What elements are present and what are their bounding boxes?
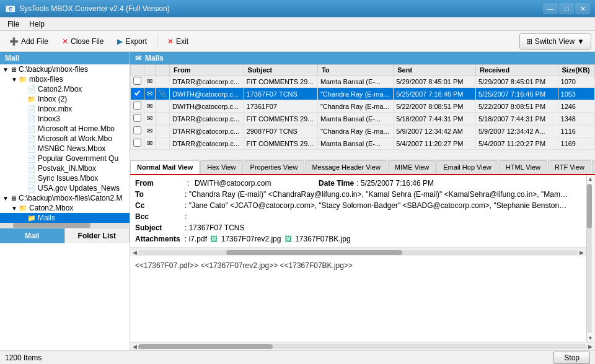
table-row[interactable]: ✉ DTARR@catocorp.c... FIT COMMENTS 29...… xyxy=(131,137,595,150)
main-layout: Mail ▼ 🖥 C:\backup\mbox-files ▼ 📁 mbox-f… xyxy=(0,52,595,350)
stop-button[interactable]: Stop xyxy=(553,352,590,364)
tree-label-ms-work: Microsoft at Work.Mbo xyxy=(38,134,112,143)
col-sent[interactable]: Sent xyxy=(394,65,476,76)
tree-toggle-mbox[interactable]: ▼ xyxy=(10,76,19,83)
email-detail: From : DWITH@catocorp.com Date Time : 5/… xyxy=(130,175,586,342)
tree-label-caton2-root: Caton2.Mbox xyxy=(29,204,73,212)
tree-item-ms-home[interactable]: 📄 Microsoft at Home.Mbo xyxy=(0,124,130,134)
col-size[interactable]: Size(KB) xyxy=(558,65,594,76)
tree-item-sync[interactable]: 📄 Sync Issues.Mbox xyxy=(0,173,130,183)
tree-toggle-root1[interactable]: ▼ xyxy=(1,66,10,73)
row-check[interactable] xyxy=(131,137,144,150)
row-size: 1116 xyxy=(558,125,594,137)
tree-toggle-root2[interactable]: ▼ xyxy=(1,195,10,202)
tree-label-sync: Sync Issues.Mbox xyxy=(38,174,98,183)
hscroll-right-arrow[interactable]: ▶ xyxy=(578,249,585,256)
attach-icon-1: 🖼 xyxy=(210,235,218,243)
col-check[interactable] xyxy=(131,65,144,76)
row-size: 1246 xyxy=(558,100,594,113)
date-value: : 5/25/2007 7:16:46 PM xyxy=(356,179,434,188)
menu-help[interactable]: Help xyxy=(24,19,50,30)
row-check[interactable] xyxy=(131,76,144,88)
tree-item-root1[interactable]: ▼ 🖥 C:\backup\mbox-files xyxy=(0,64,130,74)
tree-item-inbox3[interactable]: 📄 Inbox3 xyxy=(0,114,130,124)
row-to: "Chandra Ray (E-ma... xyxy=(317,100,393,113)
sidebar-tab-folder[interactable]: Folder List xyxy=(65,228,130,243)
tree-item-caton2[interactable]: 📄 Caton2.Mbox xyxy=(0,84,130,94)
view-tab-0[interactable]: Normal Mail View xyxy=(130,160,200,174)
tree-item-msnbc[interactable]: 📄 MSNBC News.Mbox xyxy=(0,144,130,154)
row-attach xyxy=(156,76,170,88)
vscroll-up-arrow[interactable]: ▲ xyxy=(587,175,595,183)
col-icon[interactable] xyxy=(144,65,156,76)
row-subject: FIT COMMENTS 29... xyxy=(244,113,317,125)
tree-item-usa[interactable]: 📄 USA.gov Updates_News xyxy=(0,183,130,193)
col-attach[interactable] xyxy=(156,65,170,76)
tree-item-caton2-root[interactable]: ▼ 📁 Caton2.Mbox xyxy=(0,203,130,213)
export-button[interactable]: ▶ Export xyxy=(112,33,152,50)
add-file-button[interactable]: ➕ Add File xyxy=(4,33,54,50)
exit-button[interactable]: ✕ Exit xyxy=(162,33,194,50)
row-check[interactable] xyxy=(131,125,144,137)
tree-item-postvak[interactable]: 📄 Postvak_IN.Mbox xyxy=(0,163,130,173)
vscroll-down-arrow[interactable]: ▼ xyxy=(587,334,595,342)
file-icon-sync: 📄 xyxy=(27,175,36,183)
col-subject[interactable]: Subject xyxy=(244,65,317,76)
table-row[interactable]: ✉ DWITH@catocorp.c... 17361F07 "Chandra … xyxy=(131,100,595,113)
view-tab-4[interactable]: MIME View xyxy=(388,160,436,174)
row-icon: ✉ xyxy=(144,125,156,137)
tree-item-ms-work[interactable]: 📄 Microsoft at Work.Mbo xyxy=(0,134,130,144)
tree-toggle-caton2-root[interactable]: ▼ xyxy=(10,205,19,212)
tree-label-root2: C:\backup\mbox-files\Caton2.M xyxy=(19,194,122,202)
table-row[interactable]: ✉ DTARR@catocorp.c... FIT COMMENTS 29...… xyxy=(131,113,595,125)
content-header-title: Mails xyxy=(145,54,164,63)
tree-item-inbox-mbx[interactable]: 📄 Inbox.mbx xyxy=(0,104,130,114)
folder-icon-mails: 📁 xyxy=(27,214,36,222)
detail-vscroll[interactable]: ▲ ▼ xyxy=(586,175,595,342)
attach-i7-pdf: : i7.pdf xyxy=(185,235,207,243)
content-hscroll[interactable]: ◀ ▶ xyxy=(130,342,595,350)
close-button[interactable]: ✕ xyxy=(575,3,590,14)
table-row[interactable]: ✉ DTARR@catocorp.c... 29087F07 TCNS "Cha… xyxy=(131,125,595,137)
col-from[interactable]: From xyxy=(170,65,244,76)
sidebar-tab-mail[interactable]: Mail xyxy=(0,228,65,243)
view-tab-2[interactable]: Properties View xyxy=(244,160,305,174)
view-tab-5[interactable]: Email Hop View xyxy=(436,160,498,174)
view-tab-6[interactable]: HTML View xyxy=(499,160,547,174)
tree-item-mbox[interactable]: ▼ 📁 mbox-files xyxy=(0,74,130,84)
view-tab-7[interactable]: RTF View xyxy=(548,160,591,174)
mail-table-container[interactable]: From Subject To Sent Received Size(KB) ✉… xyxy=(130,64,595,160)
maximize-button[interactable]: □ xyxy=(559,3,574,14)
vscroll-track[interactable] xyxy=(587,184,592,333)
close-file-button[interactable]: ✕ Close File xyxy=(56,33,109,50)
tree-item-popular[interactable]: 📄 Popular Government Qu xyxy=(0,154,130,163)
content-hscroll-right[interactable]: ▶ xyxy=(587,344,594,350)
content-hscroll-track[interactable] xyxy=(138,344,587,349)
col-received[interactable]: Received xyxy=(475,65,558,76)
exit-icon: ✕ xyxy=(167,37,174,46)
view-tab-1[interactable]: Hex View xyxy=(200,160,242,174)
table-row[interactable]: ✉ DTARR@catocorp.c... FIT COMMENTS 29...… xyxy=(131,76,595,88)
row-check[interactable] xyxy=(131,88,144,100)
menu-file[interactable]: File xyxy=(2,19,24,30)
tree-item-root2[interactable]: ▼ 🖥 C:\backup\mbox-files\Caton2.M xyxy=(0,193,130,203)
table-row[interactable]: ✉ 📎 DWITH@catocorp.c... 17367F07 TCNS "C… xyxy=(131,88,595,100)
bcc-value: : xyxy=(185,212,187,221)
tree-item-inbox2[interactable]: 📁 Inbox (2) xyxy=(0,94,130,104)
view-tab-8[interactable]: Attachments xyxy=(592,160,595,174)
view-tab-3[interactable]: Message Header View xyxy=(305,160,387,174)
tree-label-caton2: Caton2.Mbox xyxy=(38,85,82,93)
minimize-button[interactable]: — xyxy=(543,3,558,14)
detail-hscroll[interactable]: ◀ ▶ xyxy=(130,248,586,256)
col-to[interactable]: To xyxy=(317,65,393,76)
tree-item-mails[interactable]: 📁 Mails xyxy=(0,213,130,223)
hscroll-track[interactable] xyxy=(138,250,578,255)
to-value: : "Chandra Ray (E-mail)" <ChandraRay@lif… xyxy=(185,190,569,199)
row-check[interactable] xyxy=(131,113,144,125)
tree-container: ▼ 🖥 C:\backup\mbox-files ▼ 📁 mbox-files … xyxy=(0,64,130,223)
switch-view-button[interactable]: ⊞ Switch View ▼ xyxy=(519,33,591,50)
row-from: DWITH@catocorp.c... xyxy=(170,88,244,100)
hscroll-left-arrow[interactable]: ◀ xyxy=(131,249,138,256)
row-check[interactable] xyxy=(131,100,144,113)
content-hscroll-left[interactable]: ◀ xyxy=(131,344,138,350)
